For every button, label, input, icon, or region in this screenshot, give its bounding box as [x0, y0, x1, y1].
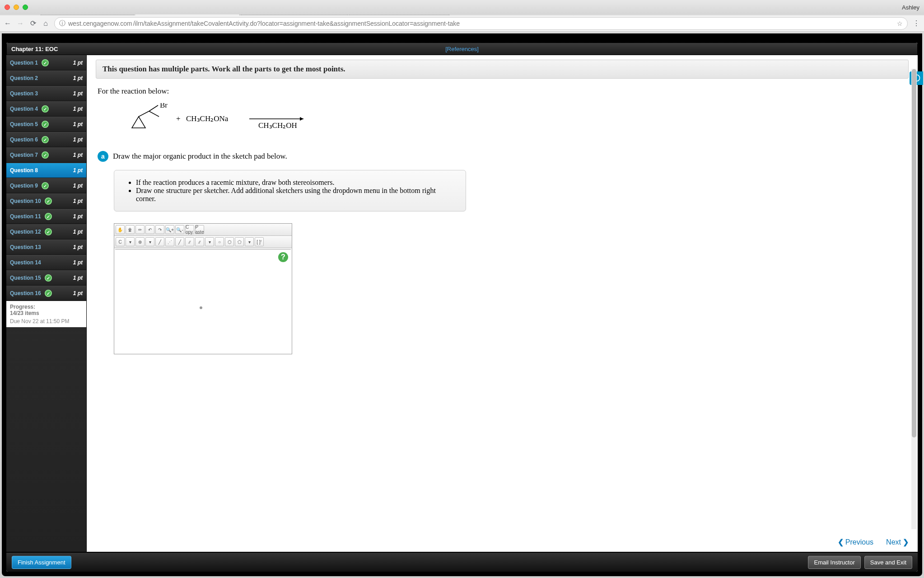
sketcher-tool-button[interactable]: ↷	[155, 225, 164, 234]
sketcher-toolbar-1: ✋🗑✏↶↷🔍+🔍-C opyP aste	[114, 224, 292, 236]
question-label: Question 15	[10, 275, 41, 281]
references-link[interactable]: [References]	[445, 46, 479, 52]
sketcher-tool-button[interactable]: ⫽	[185, 237, 194, 246]
browser-toolbar: ← → ⟳ ⌂ ⓘ west.cengagenow.com/ilrn/takeA…	[0, 15, 924, 32]
instruction-item: Draw one structure per sketcher. Add add…	[136, 187, 452, 203]
save-and-exit-button[interactable]: Save and Exit	[864, 556, 912, 569]
question-nav-item[interactable]: Question 11✓1 pt	[6, 209, 86, 224]
question-nav-item[interactable]: Question 4✓1 pt	[6, 101, 86, 117]
question-points: 1 pt	[73, 90, 83, 97]
question-points: 1 pt	[73, 198, 83, 204]
chapter-title: Chapter 11: EOC	[11, 46, 58, 52]
sketcher-tool-button[interactable]: [ ]ᶠ	[255, 237, 264, 246]
svg-marker-0	[132, 117, 145, 128]
url-path: /ilrn/takeAssignment/takeCovalentActivit…	[133, 20, 460, 27]
svg-line-3	[149, 105, 158, 111]
sketcher-tool-button[interactable]: ⬡	[225, 237, 234, 246]
sketcher-canvas[interactable]: ?	[115, 249, 291, 353]
sketcher-tool-button[interactable]: ↶	[145, 225, 154, 234]
reagent-label: CH₃CH₂ONa	[186, 114, 229, 123]
back-icon[interactable]: ←	[4, 19, 12, 28]
question-nav-item[interactable]: Question 15✓1 pt	[6, 270, 86, 286]
question-label: Question 9	[10, 183, 38, 189]
sketcher-tool-button[interactable]: ✏	[135, 225, 145, 234]
content-scrollbar[interactable]	[911, 69, 917, 529]
window-titlebar: Ashley	[0, 0, 924, 14]
question-label: Question 3	[10, 90, 38, 97]
next-button[interactable]: Next	[886, 538, 909, 546]
email-instructor-button[interactable]: Email Instructor	[808, 556, 860, 569]
reload-icon[interactable]: ⟳	[29, 19, 37, 28]
part-badge: a	[98, 151, 108, 162]
sketcher-tool-button[interactable]: ○	[215, 237, 224, 246]
question-nav-item[interactable]: Question 81 pt	[6, 163, 86, 178]
sketcher-toolbar-2: C▾⊕▾╱⋰╱⫽⫽▾○⬡⬠▾[ ]ᶠ	[114, 236, 292, 248]
question-label: Question 10	[10, 198, 41, 204]
question-nav-item[interactable]: Question 9✓1 pt	[6, 178, 86, 193]
progress-box: Progress:14/23 itemsDue Nov 22 at 11:50 …	[6, 301, 86, 327]
sketcher-tool-button[interactable]: 🔍+	[165, 225, 174, 234]
sketcher-tool-button[interactable]: ▾	[205, 237, 214, 246]
question-points: 1 pt	[73, 121, 83, 127]
sketcher-tool-button[interactable]: ⋰	[165, 237, 174, 246]
sketcher-tool-button[interactable]: 🗑	[126, 225, 135, 234]
question-nav-item[interactable]: Question 16✓1 pt	[6, 286, 86, 301]
address-bar[interactable]: ⓘ west.cengagenow.com/ilrn/takeAssignmen…	[54, 17, 908, 30]
sketcher-tool-button[interactable]: ╱	[175, 237, 184, 246]
checkmark-icon: ✓	[45, 197, 52, 205]
question-nav-item[interactable]: Question 12✓1 pt	[6, 224, 86, 240]
sketcher-tool-button[interactable]: ▾	[245, 237, 254, 246]
chrome-profile-label[interactable]: Ashley	[902, 4, 919, 11]
sketcher-tool-button[interactable]: ▾	[126, 237, 135, 246]
sketcher-tool-button[interactable]: C	[116, 237, 125, 246]
sketcher-cursor-dot	[200, 306, 202, 309]
checkmark-icon: ✓	[42, 136, 49, 143]
window-zoom-icon[interactable]	[23, 5, 28, 10]
sketcher-tool-button[interactable]: P aste	[195, 225, 204, 234]
sketcher-tool-button[interactable]: ⫽	[195, 237, 204, 246]
checkmark-icon: ✓	[45, 274, 52, 282]
checkmark-icon: ✓	[42, 59, 49, 66]
question-nav-item[interactable]: Question 1✓1 pt	[6, 55, 86, 70]
sketcher-tool-button[interactable]: 🔍-	[175, 225, 184, 234]
sketcher-tool-button[interactable]: ╱	[155, 237, 164, 246]
question-label: Question 2	[10, 75, 38, 81]
instruction-item: If the reaction produces a racemic mixtu…	[136, 179, 452, 187]
checkmark-icon: ✓	[45, 228, 52, 235]
finish-assignment-button[interactable]: Finish Assignment	[12, 556, 71, 569]
question-nav-item[interactable]: Question 10✓1 pt	[6, 193, 86, 209]
home-icon[interactable]: ⌂	[42, 19, 50, 28]
question-nav-item[interactable]: Question 6✓1 pt	[6, 132, 86, 147]
assignment-header: Chapter 11: EOC [References]	[6, 42, 918, 55]
question-label: Question 16	[10, 290, 41, 296]
question-points: 1 pt	[73, 183, 83, 189]
sketcher-tool-button[interactable]: ⬠	[235, 237, 244, 246]
sketcher-tool-button[interactable]: ▾	[145, 237, 154, 246]
checkmark-icon: ✓	[45, 290, 52, 297]
sketcher-tool-button[interactable]: C opy	[185, 225, 194, 234]
question-nav-item[interactable]: Question 131 pt	[6, 240, 86, 255]
window-close-icon[interactable]	[5, 5, 10, 10]
bookmark-star-icon[interactable]: ☆	[897, 20, 903, 27]
forward-icon[interactable]: →	[16, 19, 24, 28]
sketcher-tool-button[interactable]: ⊕	[135, 237, 145, 246]
previous-button[interactable]: Previous	[838, 538, 873, 546]
question-content: This question has multiple parts. Work a…	[87, 55, 918, 552]
progress-items: 14/23 items	[10, 310, 83, 316]
progress-label: Progress:	[10, 304, 83, 310]
sketcher-help-icon[interactable]: ?	[278, 252, 288, 262]
sketcher-tool-button[interactable]: ✋	[116, 225, 125, 234]
question-nav-item[interactable]: Question 5✓1 pt	[6, 117, 86, 132]
checkmark-icon: ✓	[42, 105, 49, 113]
site-info-icon[interactable]: ⓘ	[59, 19, 65, 28]
question-nav-item[interactable]: Question 21 pt	[6, 70, 86, 86]
question-nav-item[interactable]: Question 31 pt	[6, 86, 86, 101]
structure-sketcher[interactable]: ✋🗑✏↶↷🔍+🔍-C opyP aste C▾⊕▾╱⋰╱⫽⫽▾○⬡⬠▾[ ]ᶠ …	[114, 223, 292, 354]
chrome-menu-icon[interactable]: ⋮	[912, 19, 920, 28]
url-host: west.cengagenow.com	[68, 20, 132, 27]
question-nav-item[interactable]: Question 141 pt	[6, 255, 86, 270]
question-nav-item[interactable]: Question 7✓1 pt	[6, 147, 86, 163]
question-label: Question 11	[10, 213, 41, 220]
checkmark-icon: ✓	[42, 121, 49, 128]
window-minimize-icon[interactable]	[14, 5, 19, 10]
